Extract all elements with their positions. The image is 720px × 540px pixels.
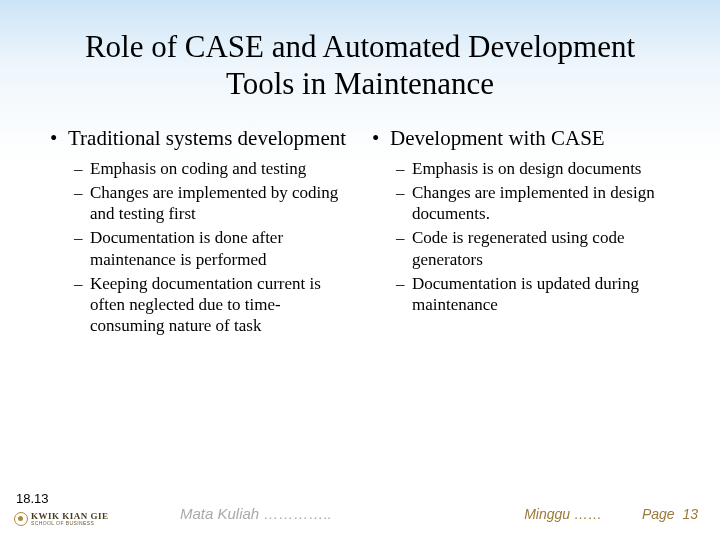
list-item: Changes are implemented in design docume… — [412, 182, 670, 225]
slide: Role of CASE and Automated Development T… — [0, 0, 720, 540]
right-sublist: Emphasis is on design documents Changes … — [412, 158, 670, 316]
list-item: Documentation is updated during maintena… — [412, 273, 670, 316]
footer-week: Minggu …… — [524, 506, 602, 522]
right-column: Development with CASE Emphasis is on des… — [372, 126, 670, 339]
logo-sub: SCHOOL OF BUSINESS — [31, 521, 109, 526]
list-item: Documentation is done after maintenance … — [90, 227, 348, 270]
footer-course: Mata Kuliah ………….. — [180, 505, 332, 522]
page-label: Page — [642, 506, 675, 522]
left-column: Traditional systems development Emphasis… — [50, 126, 348, 339]
right-heading: Development with CASE — [390, 126, 670, 151]
logo-text: KWIK KIAN GIE SCHOOL OF BUSINESS — [31, 512, 109, 526]
footer-page: Page 13 — [642, 506, 698, 522]
list-item: Emphasis is on design documents — [412, 158, 670, 179]
list-item: Keeping documentation current is often n… — [90, 273, 348, 337]
left-heading: Traditional systems development — [68, 126, 348, 151]
logo-icon — [14, 512, 28, 526]
list-item: Code is regenerated using code generator… — [412, 227, 670, 270]
logo: KWIK KIAN GIE SCHOOL OF BUSINESS — [14, 512, 109, 526]
list-item: Changes are implemented by coding and te… — [90, 182, 348, 225]
page-number: 13 — [682, 506, 698, 522]
slide-title: Role of CASE and Automated Development T… — [50, 28, 670, 102]
list-item: Emphasis on coding and testing — [90, 158, 348, 179]
left-sublist: Emphasis on coding and testing Changes a… — [90, 158, 348, 337]
footer: 18.13 KWIK KIAN GIE SCHOOL OF BUSINESS M… — [0, 490, 720, 530]
slide-number: 18.13 — [16, 491, 49, 506]
content-columns: Traditional systems development Emphasis… — [50, 126, 670, 339]
